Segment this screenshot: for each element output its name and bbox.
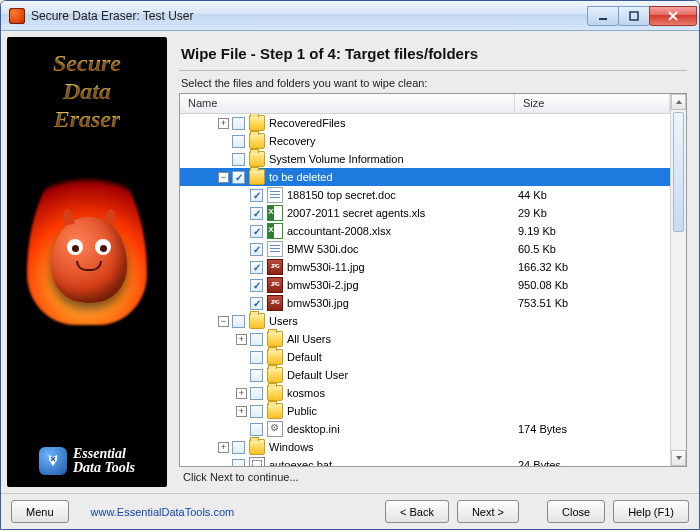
expander-icon[interactable]: − <box>218 172 229 183</box>
item-label: Windows <box>269 441 314 453</box>
folder-icon <box>249 313 265 329</box>
checkbox[interactable] <box>250 387 263 400</box>
footer-bar: Menu www.EssentialDataTools.com < Back N… <box>1 493 699 529</box>
help-button[interactable]: Help (F1) <box>613 500 689 523</box>
item-label: kosmos <box>287 387 325 399</box>
next-button[interactable]: Next > <box>457 500 519 523</box>
checkbox[interactable] <box>250 225 263 238</box>
expander-icon[interactable]: + <box>218 118 229 129</box>
checkbox[interactable] <box>250 243 263 256</box>
jpg-icon <box>267 277 283 293</box>
column-name[interactable]: Name <box>180 94 515 113</box>
divider <box>179 70 687 71</box>
tree-row[interactable]: −to be deleted <box>180 168 670 186</box>
checkbox[interactable] <box>232 171 245 184</box>
checkbox[interactable] <box>250 369 263 382</box>
close-window-button[interactable]: Close <box>547 500 605 523</box>
checkbox[interactable] <box>232 441 245 454</box>
folder-icon <box>249 151 265 167</box>
tree-row[interactable]: 188150 top secret.doc44 Kb <box>180 186 670 204</box>
checkbox[interactable] <box>232 135 245 148</box>
item-label: BMW 530i.doc <box>287 243 359 255</box>
expander-icon[interactable]: − <box>218 316 229 327</box>
tree-row[interactable]: Default <box>180 348 670 366</box>
tree-row[interactable]: bmw530i-11.jpg166.32 Kb <box>180 258 670 276</box>
tree-header[interactable]: Name Size <box>180 94 670 114</box>
checkbox[interactable] <box>232 117 245 130</box>
folder-icon <box>267 367 283 383</box>
close-button[interactable] <box>649 6 697 26</box>
item-size: 950.08 Kb <box>518 279 568 291</box>
checkbox[interactable] <box>250 261 263 274</box>
checkbox[interactable] <box>232 459 245 467</box>
tree-row[interactable]: Recovery <box>180 132 670 150</box>
tree-row[interactable]: bmw530i-2.jpg950.08 Kb <box>180 276 670 294</box>
item-label: Public <box>287 405 317 417</box>
tree-row[interactable]: +Public <box>180 402 670 420</box>
checkbox[interactable] <box>250 297 263 310</box>
expander-icon[interactable]: + <box>236 334 247 345</box>
doc-icon <box>267 187 283 203</box>
tree-row[interactable]: BMW 530i.doc60.5 Kb <box>180 240 670 258</box>
tree-row[interactable]: +Windows <box>180 438 670 456</box>
checkbox[interactable] <box>250 405 263 418</box>
menu-button[interactable]: Menu <box>11 500 69 523</box>
vendor-icon <box>39 447 67 475</box>
instruction-text: Select the files and folders you want to… <box>181 77 687 89</box>
checkbox[interactable] <box>250 351 263 364</box>
tree-row[interactable]: +kosmos <box>180 384 670 402</box>
checkbox[interactable] <box>250 279 263 292</box>
item-label: to be deleted <box>269 171 333 183</box>
maximize-button[interactable] <box>618 6 650 26</box>
checkbox[interactable] <box>250 207 263 220</box>
item-label: bmw530i.jpg <box>287 297 349 309</box>
item-size: 24 Bytes <box>518 459 561 466</box>
tree-row[interactable]: +All Users <box>180 330 670 348</box>
checkbox[interactable] <box>250 333 263 346</box>
titlebar[interactable]: Secure Data Eraser: Test User <box>1 1 699 31</box>
tree-row[interactable]: 2007-2011 secret agents.xls29 Kb <box>180 204 670 222</box>
jpg-icon <box>267 259 283 275</box>
jpg-icon <box>267 295 283 311</box>
tree-row[interactable]: Default User <box>180 366 670 384</box>
column-size[interactable]: Size <box>515 94 670 113</box>
item-label: Default User <box>287 369 348 381</box>
scroll-track[interactable] <box>671 110 686 450</box>
checkbox[interactable] <box>250 423 263 436</box>
back-button[interactable]: < Back <box>385 500 449 523</box>
scroll-thumb[interactable] <box>673 112 684 232</box>
expander-icon[interactable]: + <box>236 406 247 417</box>
vertical-scrollbar[interactable] <box>670 94 686 466</box>
tree-body[interactable]: +RecoveredFilesRecoverySystem Volume Inf… <box>180 114 670 466</box>
vendor-brand: Essential Data Tools <box>35 447 139 475</box>
item-size: 60.5 Kb <box>518 243 556 255</box>
checkbox[interactable] <box>232 153 245 166</box>
vendor-line1: Essential <box>73 447 135 461</box>
product-logo-line3: Eraser <box>54 107 121 131</box>
folder-icon <box>267 385 283 401</box>
item-size: 166.32 Kb <box>518 261 568 273</box>
tree-row[interactable]: desktop.ini174 Bytes <box>180 420 670 438</box>
tree-row[interactable]: −Users <box>180 312 670 330</box>
folder-icon <box>249 439 265 455</box>
checkbox[interactable] <box>250 189 263 202</box>
minimize-button[interactable] <box>587 6 619 26</box>
tree-row[interactable]: bmw530i.jpg753.51 Kb <box>180 294 670 312</box>
item-label: Default <box>287 351 322 363</box>
folder-icon <box>267 349 283 365</box>
scroll-down-button[interactable] <box>671 450 686 466</box>
item-size: 29 Kb <box>518 207 547 219</box>
expander-icon[interactable]: + <box>236 388 247 399</box>
item-label: RecoveredFiles <box>269 117 345 129</box>
item-label: bmw530i-11.jpg <box>287 261 365 273</box>
tree-row[interactable]: autoexec.bat24 Bytes <box>180 456 670 466</box>
scroll-up-button[interactable] <box>671 94 686 110</box>
file-tree[interactable]: Name Size +RecoveredFilesRecoverySystem … <box>179 93 687 467</box>
tree-row[interactable]: accountant-2008.xlsx9.19 Kb <box>180 222 670 240</box>
checkbox[interactable] <box>232 315 245 328</box>
vendor-link[interactable]: www.EssentialDataTools.com <box>91 506 235 518</box>
expander-icon[interactable]: + <box>218 442 229 453</box>
product-logo-line1: Secure <box>53 51 121 75</box>
tree-row[interactable]: +RecoveredFiles <box>180 114 670 132</box>
tree-row[interactable]: System Volume Information <box>180 150 670 168</box>
